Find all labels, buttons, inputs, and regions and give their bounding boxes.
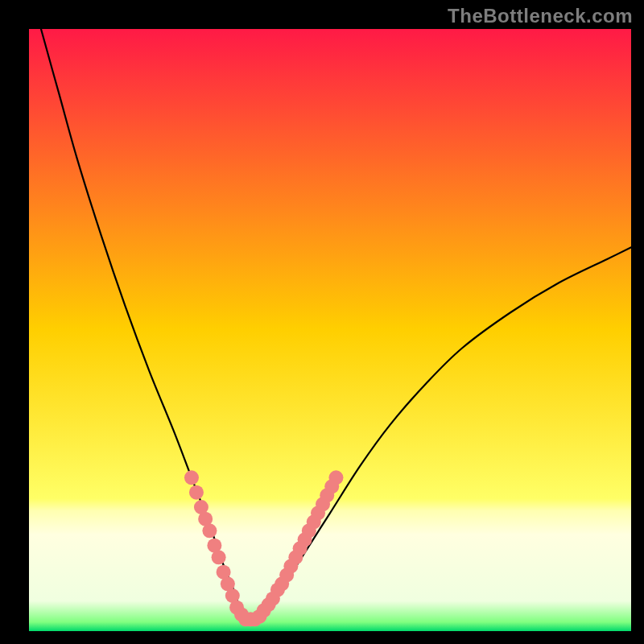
gradient-background	[29, 29, 631, 631]
highlight-dot	[184, 470, 199, 485]
highlight-dot	[189, 485, 204, 500]
highlight-dot	[328, 470, 343, 485]
bottleneck-chart	[29, 29, 631, 631]
highlight-dot	[212, 550, 226, 564]
watermark-text: TheBottleneck.com	[448, 5, 633, 27]
highlight-dot	[202, 523, 217, 538]
chart-frame	[29, 29, 631, 631]
